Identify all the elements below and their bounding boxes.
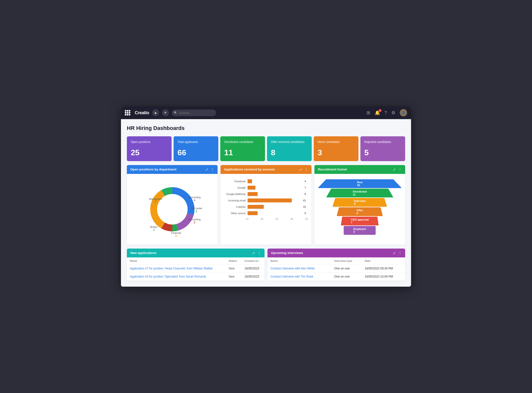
svg-text:2: 2 [194, 221, 195, 224]
new-applications-panel: New applications ⤢ ⋮ Name Status Created… [127, 249, 265, 281]
notifications-icon[interactable]: 🔔1 [375, 110, 380, 115]
bar-fill [248, 205, 264, 209]
stat-card-open-positions: Open positions 25 [127, 136, 172, 161]
expand-icon[interactable]: ⤢ [205, 168, 208, 171]
bar-value: 9 [305, 193, 306, 196]
applications-header: Applications received by sources ⤢ ⋮ [221, 165, 311, 174]
search-input[interactable] [172, 110, 216, 116]
applications-body: Facebook 4 Google 7 Google AdWords 9 Inc… [221, 174, 311, 224]
recruitment-header: Recruitment funnel ⤢ ⋮ [314, 165, 405, 174]
svg-text:Managment: Managment [149, 198, 162, 200]
funnel-segment: New40 [318, 179, 402, 188]
expand-icon[interactable]: ⤢ [299, 168, 302, 171]
bottom-row: New applications ⤢ ⋮ Name Status Created… [127, 249, 405, 281]
more-icon[interactable]: ⋮ [305, 168, 308, 171]
interview-date: 16/05/2023 10:00 PM [362, 272, 405, 281]
interview-name-link[interactable]: Conduct interview with Alex White [267, 264, 331, 272]
recruitment-body: New40Shortlisted11Interview9Offer8CEO ap… [314, 174, 405, 240]
app-status: New [226, 272, 241, 281]
funnel-segment: Shortlisted11 [326, 189, 393, 197]
svg-text:8: 8 [175, 234, 177, 237]
more-icon[interactable]: ⋮ [211, 168, 214, 171]
main-content: HR Hiring Dashboards Open positions 25 T… [121, 119, 411, 287]
bar-container [248, 205, 301, 209]
bar-label: Facebook [226, 180, 246, 183]
app-name-link[interactable]: Application #7 for position 'Head Channe… [127, 264, 226, 272]
funnel-label: Offer8 [356, 209, 363, 215]
svg-text:Broker: Broker [150, 226, 158, 228]
bar-row: Facebook 4 [226, 179, 306, 183]
search-wrap [172, 110, 216, 116]
new-applications-title: New applications [130, 251, 156, 255]
funnel-segment: Employee3 [344, 226, 376, 235]
stat-label-rejected: Rejected candidates [364, 140, 401, 144]
stat-cards: Open positions 25 Total applicants 66 Sh… [127, 136, 405, 161]
bar-row: Google 7 [226, 186, 306, 190]
open-positions-header: Open positions by department ⤢ ⋮ [127, 165, 218, 174]
open-positions-body: Managment 7 Accounting 4 Call center 1 A… [127, 174, 218, 245]
table-row: Application #3 for position 'Specialist'… [127, 272, 265, 281]
funnel-segment: Offer8 [337, 207, 383, 216]
help-icon[interactable]: ? [384, 110, 387, 115]
stat-label-shortlisted: Shortlisted candidates [224, 140, 261, 144]
main-window: Creatio + ⊞ 🔔1 ? ⚙ 👤 HR Hiring Dashboard… [121, 106, 411, 287]
bar-fill [248, 179, 252, 183]
applications-title: Applications received by sources [224, 168, 275, 171]
funnel-label: New40 [357, 181, 363, 187]
stat-value-shortlisted: 11 [224, 148, 261, 157]
col-created: Created on [241, 257, 265, 265]
interview-name-link[interactable]: Conduct interview with Tim Rook [267, 272, 331, 281]
stat-label-hired: Hired candidates [318, 140, 355, 144]
funnel-label: Employee3 [353, 227, 366, 233]
expand-icon[interactable]: ⤢ [252, 251, 255, 255]
app-status: New [226, 264, 241, 272]
more-icon[interactable]: ⋮ [398, 251, 402, 255]
svg-text:Accounting: Accounting [188, 218, 200, 221]
funnel-label: Shortlisted11 [353, 190, 367, 196]
col-int-type: Interview type [331, 257, 362, 265]
svg-text:1: 1 [196, 210, 197, 213]
apps-grid-icon[interactable]: ⊞ [367, 110, 370, 115]
recruitment-title: Recruitment funnel [318, 168, 347, 171]
bar-fill [248, 211, 258, 215]
interview-date: 16/05/2023 09:30 PM [362, 264, 405, 272]
bar-label: Google AdWords [226, 193, 246, 196]
app-name-link[interactable]: Application #3 for position 'Specialist'… [127, 272, 226, 281]
expand-icon[interactable]: ⤢ [393, 168, 396, 171]
donut-chart-wrap: Managment 7 Accounting 4 Call center 1 A… [130, 177, 214, 241]
bar-value: 15 [303, 205, 306, 208]
stat-value-offer-received: 8 [271, 148, 308, 157]
plus-button[interactable]: + [162, 109, 169, 116]
app-created: 16/05/2023 [241, 264, 265, 272]
open-positions-controls: ⤢ ⋮ [205, 168, 214, 171]
bar-container [248, 198, 301, 202]
bar-label: Google [226, 186, 246, 189]
apps-icon[interactable] [125, 110, 130, 115]
settings-icon[interactable]: ⚙ [391, 110, 395, 115]
avatar[interactable]: 👤 [400, 109, 407, 116]
new-applications-table: Name Status Created on Application #7 fo… [127, 257, 265, 281]
upcoming-interviews-title: Upcoming interviews [271, 251, 303, 255]
applications-panel: Applications received by sources ⤢ ⋮ Fac… [221, 165, 311, 245]
more-icon[interactable]: ⋮ [398, 168, 402, 171]
bar-chart: Facebook 4 Google 7 Google AdWords 9 Inc… [224, 177, 308, 215]
funnel-segment: CEO approval7 [341, 217, 379, 225]
stat-value-rejected: 5 [364, 148, 401, 157]
bar-value: 41 [303, 199, 306, 202]
bar-row: Google AdWords 9 [226, 192, 306, 196]
stat-value-total-applicants: 66 [177, 148, 214, 157]
bar-value: 7 [305, 186, 306, 189]
bar-row: Other source 9 [226, 211, 306, 215]
expand-icon[interactable]: ⤢ [393, 251, 396, 255]
svg-text:Accounting: Accounting [188, 196, 200, 199]
open-positions-title: Open positions by department [130, 168, 177, 171]
new-applications-table-wrap: Name Status Created on Application #7 fo… [127, 257, 265, 281]
play-button[interactable] [152, 109, 159, 116]
col-status: Status [226, 257, 241, 265]
more-icon[interactable]: ⋮ [258, 251, 261, 255]
svg-text:2: 2 [153, 228, 155, 231]
upcoming-interviews-table: Name Interview type Date Conduct intervi… [267, 257, 405, 281]
funnel-label: CEO approval7 [351, 218, 369, 224]
interview-type: One on one [331, 272, 362, 281]
bar-container [248, 211, 303, 215]
